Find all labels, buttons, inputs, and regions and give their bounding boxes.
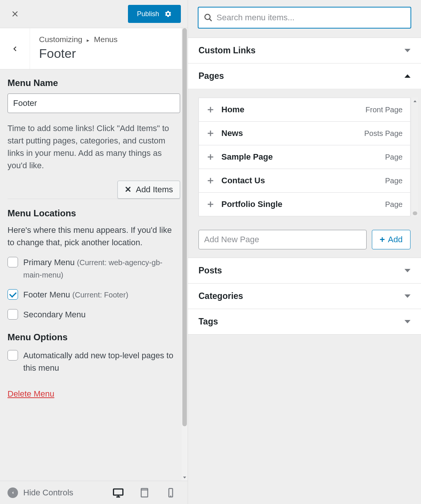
primary-menu-checkbox[interactable]: [8, 257, 18, 267]
add-new-page-input[interactable]: [198, 230, 367, 249]
page-title: Home: [221, 105, 365, 115]
footer-menu-hint: (Current: Footer): [72, 291, 128, 299]
secondary-menu-label: Secondary Menu: [23, 310, 86, 319]
accordion-custom-links[interactable]: Custom Links: [188, 38, 421, 63]
menu-locations-description: Here's where this menu appears. If you'd…: [8, 224, 180, 249]
search-icon: [204, 13, 213, 22]
page-item-sample[interactable]: Sample Page Page: [199, 145, 410, 169]
page-type: Page: [385, 200, 403, 209]
breadcrumb-parent: Customizing: [39, 35, 83, 44]
menu-name-label: Menu Name: [8, 78, 180, 88]
caret-right-icon: ▸: [87, 37, 89, 43]
close-icon: [11, 9, 20, 18]
accordion-title: Tags: [198, 317, 218, 327]
plus-icon: [206, 200, 215, 208]
pages-list: Home Front Page News Posts Page Sample P…: [198, 98, 410, 216]
plus-icon: [206, 177, 215, 185]
plus-icon: [206, 129, 215, 137]
page-type: Page: [385, 153, 403, 161]
close-button[interactable]: [0, 0, 30, 28]
primary-menu-label: Primary Menu: [23, 258, 75, 267]
page-item-home[interactable]: Home Front Page: [199, 98, 410, 122]
svg-marker-0: [183, 477, 186, 478]
scrollbar-thumb[interactable]: [182, 28, 187, 426]
plus-icon: [206, 153, 215, 161]
publish-button[interactable]: Publish: [128, 5, 181, 23]
accordion-pages[interactable]: Pages: [188, 63, 421, 89]
breadcrumb: Customizing ▸ Menus: [39, 35, 179, 44]
breadcrumb-section: Menus: [94, 35, 117, 44]
mobile-icon[interactable]: [165, 487, 176, 498]
footer-menu-checkbox[interactable]: [8, 289, 18, 300]
add-items-description: Time to add some links! Click "Add Items…: [8, 122, 180, 172]
accordion-title: Posts: [198, 266, 222, 276]
desktop-icon[interactable]: [113, 487, 124, 498]
scrollbar-thumb[interactable]: [413, 211, 417, 215]
menu-locations-title: Menu Locations: [8, 208, 180, 219]
collapse-icon: [8, 487, 18, 498]
secondary-menu-checkbox[interactable]: [8, 309, 18, 320]
search-input[interactable]: [217, 13, 405, 23]
back-button[interactable]: [0, 28, 30, 69]
svg-rect-1: [114, 489, 123, 495]
scrollbar-arrow-down-icon[interactable]: [182, 475, 187, 480]
accordion-tags[interactable]: Tags: [188, 309, 421, 334]
page-title: News: [221, 128, 364, 138]
svg-marker-20: [413, 100, 416, 102]
page-item-portfolio[interactable]: Portfolio Single Page: [199, 193, 410, 216]
delete-menu-link[interactable]: Delete Menu: [8, 389, 54, 399]
x-icon: ✕: [125, 185, 131, 195]
auto-add-label: Automatically add new top-level pages to…: [23, 349, 180, 374]
page-type: Front Page: [365, 106, 403, 114]
plus-icon: [206, 106, 215, 114]
auto-add-checkbox[interactable]: [8, 350, 18, 361]
add-page-button[interactable]: + Add: [372, 230, 410, 249]
chevron-up-icon: [404, 74, 410, 78]
accordion-title: Categories: [198, 291, 243, 301]
add-button-label: Add: [388, 235, 403, 244]
publish-label: Publish: [137, 10, 159, 18]
page-title: Sample Page: [221, 152, 385, 162]
footer-menu-label: Footer Menu: [23, 290, 70, 299]
hide-controls-label: Hide Controls: [23, 488, 73, 498]
plus-icon: +: [380, 234, 385, 245]
hide-controls-button[interactable]: Hide Controls: [8, 487, 73, 498]
tablet-icon[interactable]: [139, 487, 150, 498]
menu-options-title: Menu Options: [8, 332, 180, 343]
svg-line-9: [209, 19, 212, 21]
chevron-down-icon: [404, 49, 410, 52]
page-type: Posts Page: [364, 129, 403, 138]
add-items-label: Add Items: [136, 185, 173, 195]
chevron-down-icon: [404, 294, 410, 298]
page-title: Contact Us: [221, 176, 385, 186]
chevron-left-icon: [11, 45, 19, 53]
menu-name-input[interactable]: [8, 94, 180, 113]
page-item-news[interactable]: News Posts Page: [199, 122, 410, 145]
chevron-down-icon: [404, 269, 410, 272]
page-item-contact[interactable]: Contact Us Page: [199, 169, 410, 193]
scrollbar[interactable]: [182, 28, 188, 481]
page-title: Footer: [39, 46, 179, 61]
page-title: Portfolio Single: [221, 199, 385, 209]
chevron-down-icon: [404, 320, 410, 323]
pages-scrollbar[interactable]: [412, 98, 418, 216]
accordion-categories[interactable]: Categories: [188, 284, 421, 309]
gear-icon: [164, 10, 172, 18]
page-type: Page: [385, 177, 403, 185]
accordion-title: Pages: [198, 71, 224, 81]
accordion-posts[interactable]: Posts: [188, 258, 421, 283]
scrollbar-arrow-up-icon[interactable]: [413, 98, 417, 103]
accordion-title: Custom Links: [198, 45, 256, 56]
add-items-button[interactable]: ✕ Add Items: [117, 181, 180, 199]
svg-point-8: [205, 14, 210, 20]
search-box[interactable]: [198, 7, 411, 29]
